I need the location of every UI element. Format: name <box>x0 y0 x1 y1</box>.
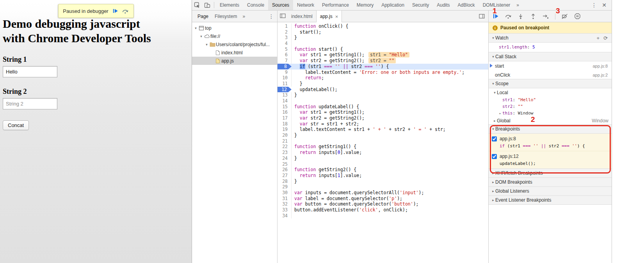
step-out-button[interactable] <box>530 13 536 20</box>
scope-var-str2[interactable]: str2: "" <box>489 103 612 110</box>
line-number-34[interactable]: 34 <box>278 213 292 219</box>
breakpoint-code-snippet[interactable]: updateLabel(); <box>489 161 612 166</box>
navigator-tab-filesystem[interactable]: Filesystem <box>212 11 240 22</box>
tab-memory[interactable]: Memory <box>353 0 377 10</box>
code-line-25: 25 <box>278 161 488 167</box>
line-number-7[interactable]: 7 <box>278 58 292 64</box>
tree-item-users-colant-projects-ful[interactable]: ▾Users/colant/projects/ful... <box>192 40 277 48</box>
line-number-6[interactable]: 6 <box>278 52 292 58</box>
line-number-28[interactable]: 28 <box>278 179 292 184</box>
line-number-13[interactable]: 13 <box>278 92 292 98</box>
toggle-navigator-icon[interactable] <box>278 11 288 21</box>
navigator-more-tabs-icon[interactable]: » <box>240 14 247 19</box>
inspect-element-icon[interactable] <box>192 0 202 10</box>
add-watch-icon[interactable]: + <box>597 35 600 41</box>
line-number-14[interactable]: 14 <box>278 98 292 104</box>
chevron-down-icon: ▾ <box>493 91 497 95</box>
devtools-menu-icon[interactable]: ⋮ <box>590 2 598 8</box>
navigator-tab-page[interactable]: Page <box>194 11 212 22</box>
line-number-32[interactable]: 32 <box>278 201 292 207</box>
line-number-8[interactable]: 8 <box>278 64 292 70</box>
tab-adblock[interactable]: AdBlock <box>454 0 479 10</box>
section-event-listener-breakpoints[interactable]: ▸Event Listener Breakpoints <box>489 195 612 205</box>
scope-var-str1[interactable]: str1: "Hello" <box>489 97 612 103</box>
line-number-3[interactable]: 3 <box>278 35 292 41</box>
line-number-24[interactable]: 24 <box>278 156 292 161</box>
more-tabs-icon[interactable]: » <box>514 2 521 8</box>
editor-tab-index-html[interactable]: index.html <box>288 11 316 22</box>
scope-var-this[interactable]: ▸this: Window <box>489 110 612 116</box>
line-number-27[interactable]: 27 <box>278 173 292 179</box>
line-number-10[interactable]: 10 <box>278 75 292 81</box>
deactivate-breakpoints-button[interactable] <box>562 13 568 20</box>
line-number-33[interactable]: 33 <box>278 207 292 213</box>
tree-item-file[interactable]: ▾file:// <box>192 32 277 40</box>
device-toolbar-icon[interactable] <box>202 0 212 10</box>
close-devtools-icon[interactable]: ✕ <box>600 2 608 8</box>
tree-item-app-js[interactable]: app.js <box>192 57 277 65</box>
line-number-23[interactable]: 23 <box>278 150 292 156</box>
tree-item-top[interactable]: ▾top <box>192 24 277 32</box>
tab-sources[interactable]: Sources <box>268 0 293 10</box>
editor-tab-app-js[interactable]: app.js× <box>316 11 342 22</box>
concat-button[interactable]: Concat <box>3 120 29 130</box>
section-global-listeners[interactable]: ▸Global Listeners <box>489 186 612 196</box>
step-button[interactable] <box>543 13 549 20</box>
line-number-2[interactable]: 2 <box>278 29 292 35</box>
navigator-menu-icon[interactable]: ⋮ <box>267 13 276 20</box>
line-number-17[interactable]: 17 <box>278 115 292 121</box>
tree-item-index-html[interactable]: index.html <box>192 48 277 57</box>
line-number-22[interactable]: 22 <box>278 144 292 150</box>
tab-application[interactable]: Application <box>377 0 408 10</box>
line-number-18[interactable]: 18 <box>278 121 292 127</box>
scope-section-header[interactable]: ▾ Scope <box>489 79 612 88</box>
line-number-21[interactable]: 21 <box>278 138 292 144</box>
watch-expression[interactable]: str1.length: 5 <box>489 43 612 52</box>
tab-console[interactable]: Console <box>243 0 268 10</box>
line-number-4[interactable]: 4 <box>278 41 292 47</box>
line-number-9[interactable]: 9 <box>278 70 292 75</box>
call-stack-frame-onclick[interactable]: onClickapp.js:2 <box>489 70 612 79</box>
line-number-26[interactable]: 26 <box>278 167 292 173</box>
line-number-30[interactable]: 30 <box>278 190 292 196</box>
line-number-25[interactable]: 25 <box>278 161 292 167</box>
line-number-19[interactable]: 19 <box>278 127 292 132</box>
line-number-5[interactable]: 5 <box>278 47 292 52</box>
scope-global-group[interactable]: ▸GlobalWindow <box>489 116 612 125</box>
scope-local-group[interactable]: ▾Local <box>489 88 612 97</box>
pause-on-exceptions-button[interactable] <box>574 13 580 20</box>
line-number-20[interactable]: 20 <box>278 132 292 138</box>
tab-audits[interactable]: Audits <box>433 0 454 10</box>
call-stack-section-header[interactable]: ▾ Call Stack <box>489 52 612 61</box>
line-number-16[interactable]: 16 <box>278 109 292 115</box>
breakpoint-code-snippet[interactable]: if (str1 === '' || str2 === '') { <box>489 143 612 148</box>
step-over-icon[interactable] <box>122 6 129 16</box>
call-stack-frame-start[interactable]: startapp.js:8 <box>489 61 612 70</box>
breakpoints-section-header[interactable]: ▾ Breakpoints <box>489 124 612 134</box>
line-number-29[interactable]: 29 <box>278 184 292 190</box>
tab-network[interactable]: Network <box>293 0 318 10</box>
close-tab-icon[interactable]: × <box>335 14 338 20</box>
breakpoint-checkbox[interactable] <box>492 136 497 141</box>
line-number-1[interactable]: 1 <box>278 23 292 29</box>
code-editor[interactable]: 1function onClick() {2 start();3}45funct… <box>278 22 488 263</box>
line-number-31[interactable]: 31 <box>278 196 292 202</box>
watch-section-header[interactable]: ▾ Watch + ⟳ <box>489 33 612 43</box>
step-into-button[interactable] <box>518 13 524 20</box>
section-dom-breakpoints[interactable]: ▸DOM Breakpoints <box>489 177 612 187</box>
resume-script-icon[interactable] <box>112 6 118 16</box>
refresh-watch-icon[interactable]: ⟳ <box>603 35 608 41</box>
breakpoint-checkbox[interactable] <box>492 154 497 159</box>
string1-input[interactable] <box>3 66 57 77</box>
section-xhr-fetch-breakpoints[interactable]: ▸XHR/fetch Breakpoints <box>489 168 612 178</box>
line-number-15[interactable]: 15 <box>278 104 292 110</box>
toggle-debugger-sidebar-icon[interactable] <box>477 11 487 21</box>
step-over-button[interactable] <box>505 13 511 20</box>
tab-elements[interactable]: Elements <box>216 0 243 10</box>
tab-performance[interactable]: Performance <box>318 0 353 10</box>
code-line-6: 6 var str1 = getString1();str1 = "Hello" <box>278 52 488 58</box>
string2-input[interactable] <box>3 98 57 109</box>
tab-security[interactable]: Security <box>408 0 433 10</box>
line-number-12[interactable]: 12 <box>278 87 292 93</box>
line-number-11[interactable]: 11 <box>278 81 292 87</box>
